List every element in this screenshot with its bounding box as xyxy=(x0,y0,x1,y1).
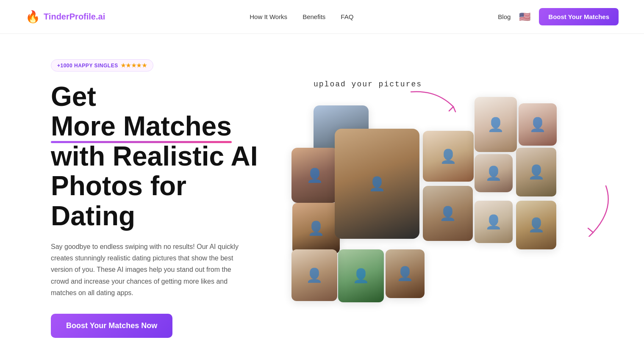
right-arrow-icon xyxy=(580,182,610,237)
boost-nav-button[interactable]: Boost Your Matches xyxy=(539,8,619,25)
photo-card-2: 👤 xyxy=(475,154,513,192)
logo-text: TinderProfile.ai xyxy=(44,12,105,22)
photo-card-14: 👤 xyxy=(519,103,557,146)
hero-right-collage: upload your pictures 👤 👤 👤 👤 xyxy=(288,80,610,317)
badge-stars: ★★★★★ xyxy=(121,62,147,69)
hero-title: Get More Matches with Realistic AI Photo… xyxy=(51,82,271,231)
flag-icon: 🇺🇸 xyxy=(519,11,530,22)
boost-hero-button[interactable]: Boost Your Matches Now xyxy=(51,314,172,338)
badge-text: +1000 HAPPY SINGLES xyxy=(57,63,118,69)
logo-icon: 🔥 xyxy=(25,10,40,24)
photo-card-8: 👤 xyxy=(292,203,340,254)
logo[interactable]: 🔥 TinderProfile.ai xyxy=(25,10,105,24)
hero-title-highlight: More Matches xyxy=(51,111,232,141)
happy-singles-badge: +1000 HAPPY SINGLES ★★★★★ xyxy=(51,59,153,72)
hero-section: +1000 HAPPY SINGLES ★★★★★ Get More Match… xyxy=(0,34,644,362)
nav-blog[interactable]: Blog xyxy=(498,13,511,20)
photo-card-12: 👤 xyxy=(386,249,425,298)
hero-left: +1000 HAPPY SINGLES ★★★★★ Get More Match… xyxy=(51,59,271,338)
photo-card-3: 👤 xyxy=(516,148,556,196)
photo-card-11: 👤 xyxy=(338,249,384,302)
photo-card-9: 👤 xyxy=(423,186,473,241)
nav-faq[interactable]: FAQ xyxy=(341,13,353,20)
photo-card-15: 👤 xyxy=(516,201,556,249)
photo-card-13: 👤 xyxy=(475,97,517,152)
photo-card-10: 👤 xyxy=(291,249,337,301)
photo-card-7: 👤 xyxy=(423,131,474,182)
nav-right: Blog 🇺🇸 Boost Your Matches xyxy=(498,8,619,25)
photo-card-5: 👤 xyxy=(291,148,338,203)
navbar: 🔥 TinderProfile.ai How It Works Benefits… xyxy=(0,0,644,34)
photo-card-4: 👤 xyxy=(475,201,513,243)
photo-card-center: 👤 xyxy=(335,129,419,239)
nav-links: How It Works Benefits FAQ xyxy=(250,13,353,21)
upload-label: upload your pictures xyxy=(314,80,422,88)
photo-collage: 👤 👤 👤 👤 👤 👤 👤 xyxy=(288,97,610,317)
hero-description: Say goodbye to endless swiping with no r… xyxy=(51,241,246,298)
nav-benefits[interactable]: Benefits xyxy=(303,13,325,20)
nav-how-it-works[interactable]: How It Works xyxy=(250,13,287,20)
